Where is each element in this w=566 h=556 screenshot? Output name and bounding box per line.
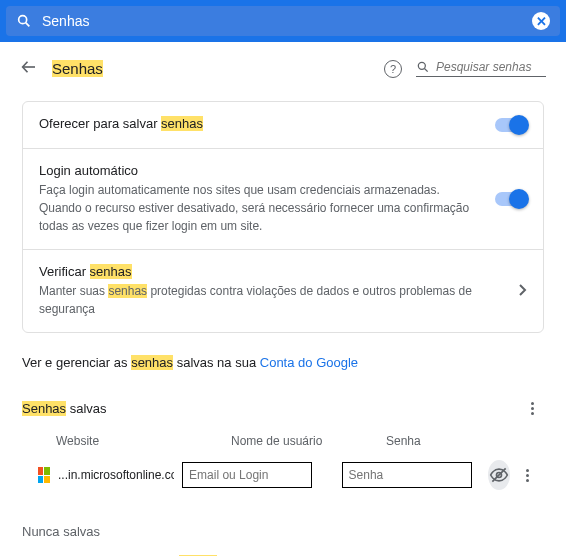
username-field[interactable] — [182, 462, 312, 488]
auto-login-toggle[interactable] — [495, 192, 527, 206]
table-row: ...in.microsoftonline.com — [22, 454, 544, 496]
svg-point-3 — [418, 62, 425, 69]
microsoft-icon — [38, 467, 50, 483]
global-search-input[interactable] — [42, 13, 522, 29]
clear-icon[interactable]: ✕ — [532, 12, 550, 30]
help-icon[interactable]: ? — [384, 60, 402, 78]
page-title: Senhas — [52, 60, 103, 77]
show-password-icon[interactable] — [488, 460, 510, 490]
site-name[interactable]: ...in.microsoftonline.com — [58, 468, 174, 482]
chevron-right-icon — [519, 284, 527, 299]
svg-line-4 — [424, 68, 427, 71]
auto-login-title: Login automático — [39, 163, 479, 178]
back-icon[interactable] — [20, 58, 38, 79]
saved-menu-icon[interactable] — [520, 396, 544, 420]
manage-passwords-line: Ver e gerenciar as senhas salvas na sua … — [22, 355, 544, 370]
row-menu-icon[interactable] — [518, 463, 536, 487]
global-search[interactable]: ✕ — [6, 6, 560, 36]
table-header: Website Nome de usuário Senha — [22, 420, 544, 454]
search-icon — [16, 13, 32, 29]
never-saved-title: Nunca salvas — [22, 524, 544, 539]
offer-save-toggle[interactable] — [495, 118, 527, 132]
svg-point-0 — [19, 16, 27, 24]
auto-login-desc: Faça login automaticamente nos sites que… — [39, 181, 479, 235]
google-account-link[interactable]: Conta do Google — [260, 355, 358, 370]
svg-line-1 — [26, 23, 30, 27]
verify-passwords-row[interactable]: Verificar senhas Manter suas senhas prot… — [23, 249, 543, 332]
offer-save-row: Oferecer para salvar senhas — [23, 102, 543, 148]
password-field[interactable] — [342, 462, 472, 488]
local-search[interactable] — [416, 60, 546, 77]
auto-login-row: Login automático Faça login automaticame… — [23, 148, 543, 249]
local-search-input[interactable] — [436, 60, 546, 74]
saved-passwords-title: Senhas salvas — [22, 401, 107, 416]
